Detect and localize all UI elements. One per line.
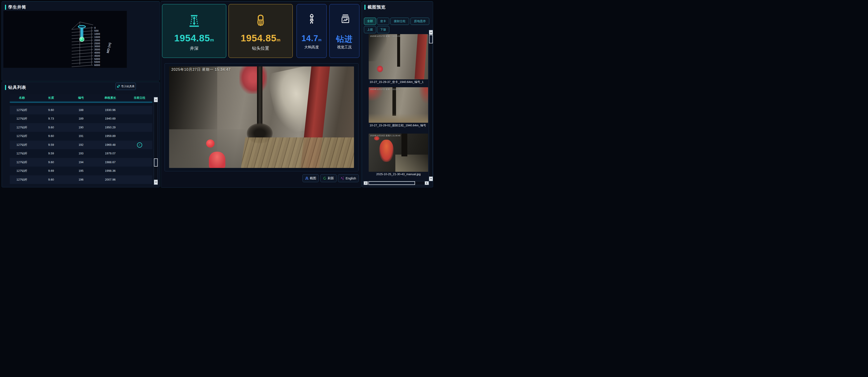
axis-tick-label: 4500 xyxy=(94,55,100,57)
screenshot-thumbnail[interactable]: 2025年10月27日 星期一 15:29:33 xyxy=(369,34,428,79)
table-row[interactable]: 127钻杆9.601911959.89 xyxy=(10,132,152,140)
cell-name: 127钻杆 xyxy=(10,149,34,158)
scroll-down-button[interactable] xyxy=(429,177,433,181)
filter-button-1[interactable]: 全部 xyxy=(364,18,376,25)
axis-tick-label: 1000 xyxy=(94,33,100,35)
cell-current-column xyxy=(127,106,152,115)
axis-tick-label: 6000 xyxy=(94,64,100,66)
derrick-depth-icon xyxy=(162,14,226,27)
thumbnail-scene-layer xyxy=(369,114,428,123)
column-header: 长度 xyxy=(34,94,68,101)
scroll-down-button[interactable] xyxy=(154,180,158,185)
table-row[interactable]: 127钻杆9.591921969.48✓ xyxy=(10,140,152,149)
hook-height-unit: m xyxy=(318,38,322,42)
cell-length: 9.59 xyxy=(34,140,68,149)
table-row[interactable]: 127钻杆9.731891940.69 xyxy=(10,114,152,123)
axis-tick-label: 5000 xyxy=(94,58,100,60)
axis-tick-label: 2500 xyxy=(94,42,100,45)
scroll-thumb[interactable] xyxy=(429,35,433,43)
cell-name: 127钻杆 xyxy=(10,140,34,149)
translate-icon: A 文 xyxy=(341,177,344,180)
axis-tick-label: 3000 xyxy=(94,45,100,48)
thumbnail-scene-layer xyxy=(369,34,386,61)
filter-button-4[interactable]: 原地悬停 xyxy=(410,18,429,25)
cell-cum: 1959.89 xyxy=(94,132,127,140)
scroll-thumb[interactable] xyxy=(368,181,415,185)
import-icon xyxy=(117,85,120,88)
title-accent-bar xyxy=(5,85,6,90)
column-header: 当前立柱 xyxy=(127,94,152,101)
cell-cum: 1969.48 xyxy=(94,140,127,149)
cell-no: 192 xyxy=(68,140,94,149)
hook-height-value: 14.7 xyxy=(302,34,318,43)
table-row[interactable]: 127钻杆9.601901950.29 xyxy=(10,123,152,132)
cell-cum: 1988.67 xyxy=(94,158,127,167)
bit-position-marker xyxy=(80,37,84,41)
screenshot-thumbnail[interactable]: 2025年10月27日 星期一 15:29:05 xyxy=(369,87,428,123)
cell-current-column xyxy=(127,176,152,184)
cell-current-column xyxy=(127,123,152,132)
scroll-thumb[interactable] xyxy=(154,158,158,166)
panel-title-text: 钻具列表 xyxy=(8,85,26,90)
cell-name: 127钻杆 xyxy=(10,132,34,140)
cell-current-column xyxy=(127,158,152,167)
thumbnail-scene-layer xyxy=(393,87,396,116)
wellbore-3d[interactable]: 0500100015002000250030003500400045005000… xyxy=(3,11,127,68)
table-row[interactable]: 127钻杆9.591931979.07 xyxy=(10,149,152,158)
cell-length: 9.60 xyxy=(34,132,68,140)
bit-position-unit: m xyxy=(276,37,281,42)
import-drill-table-button[interactable]: 导入钻具表 xyxy=(116,83,136,90)
language-toggle-button[interactable]: A 文 English xyxy=(338,174,359,182)
table-row[interactable]: 127钻杆9.601941988.67 xyxy=(10,158,152,167)
cell-no: 193 xyxy=(68,149,94,158)
video-timestamp: 2025年10月27日 星期一 15:34:47 xyxy=(171,67,230,72)
filter-button-6[interactable]: 下放 xyxy=(377,26,389,33)
axis-title: MD (m) xyxy=(106,42,112,54)
filter-button-3[interactable]: 接卸立柱 xyxy=(391,18,409,25)
screenshot-button[interactable]: 截图 xyxy=(303,174,319,182)
cell-length: 9.69 xyxy=(34,166,68,176)
scroll-up-button[interactable] xyxy=(429,30,433,35)
column-header: 编号 xyxy=(68,94,94,101)
scroll-left-button[interactable] xyxy=(364,181,368,185)
refresh-button[interactable]: 刷新 xyxy=(320,174,337,182)
twin-wellbore-panel: 孪生井筒 05001000150020002500300035004000450… xyxy=(2,1,160,81)
title-accent-bar xyxy=(364,5,366,10)
cell-cum: 1998.36 xyxy=(94,166,127,176)
thumbnail-scene-layer xyxy=(379,140,394,162)
screenshot-thumbnail[interactable]: 2025年10月25日 星期六 21:30:40 xyxy=(369,133,428,172)
filter-button-5[interactable]: 上提 xyxy=(364,26,376,33)
refresh-icon xyxy=(323,177,327,180)
refresh-label: 刷新 xyxy=(328,176,334,180)
well-depth-label: 井深 xyxy=(162,45,226,51)
table-row[interactable]: 127钻杆9.601881930.96 xyxy=(10,106,152,115)
table-row[interactable]: 127钻杆9.601962007.96 xyxy=(10,176,152,184)
language-label: English xyxy=(346,177,356,180)
table-header: 名称长度编号单根累长当前立柱 xyxy=(10,94,152,101)
cell-name: 127钻杆 xyxy=(10,114,34,123)
video-scene-worker xyxy=(209,152,225,168)
axis-tick-label: 0 xyxy=(94,26,96,29)
cell-no: 189 xyxy=(68,114,94,123)
axis-tick-label: 4000 xyxy=(94,51,100,54)
cell-cum: 1979.07 xyxy=(94,149,127,158)
cell-cum: 1940.69 xyxy=(94,114,127,123)
axis-tick-label: 5500 xyxy=(94,61,100,63)
video-frame: 2025年10月27日 星期一 15:34:47 xyxy=(164,63,359,171)
table-row[interactable]: 127钻杆9.691951998.36 xyxy=(10,166,152,176)
video-feed[interactable]: 2025年10月27日 星期一 15:34:47 xyxy=(169,66,354,168)
well-depth-value: 1954.85 xyxy=(174,33,210,43)
stat-card-visual-condition: 钻进 视觉工况 xyxy=(329,4,360,58)
thumbnail-timestamp: 2025年10月25日 星期六 21:30:40 xyxy=(370,134,427,137)
drill-list-panel: 钻具列表 导入钻具表 127钻杆9.611871921.36 名称长度编号单根累… xyxy=(2,82,160,187)
scroll-up-button[interactable] xyxy=(154,97,158,102)
thumbnail-caption: 10-27_15-29-37_坐卡_1940.64m_编号_1 xyxy=(369,80,428,84)
thumbnail-scene-layer xyxy=(397,34,400,67)
column-header: 名称 xyxy=(10,94,34,101)
scroll-right-button[interactable] xyxy=(425,181,429,185)
video-scene-helmet xyxy=(206,139,215,148)
import-button-label: 导入钻具表 xyxy=(121,85,135,88)
cell-no: 190 xyxy=(68,123,94,132)
cell-length: 9.73 xyxy=(34,114,68,123)
filter-button-2[interactable]: 坐卡 xyxy=(377,18,389,25)
